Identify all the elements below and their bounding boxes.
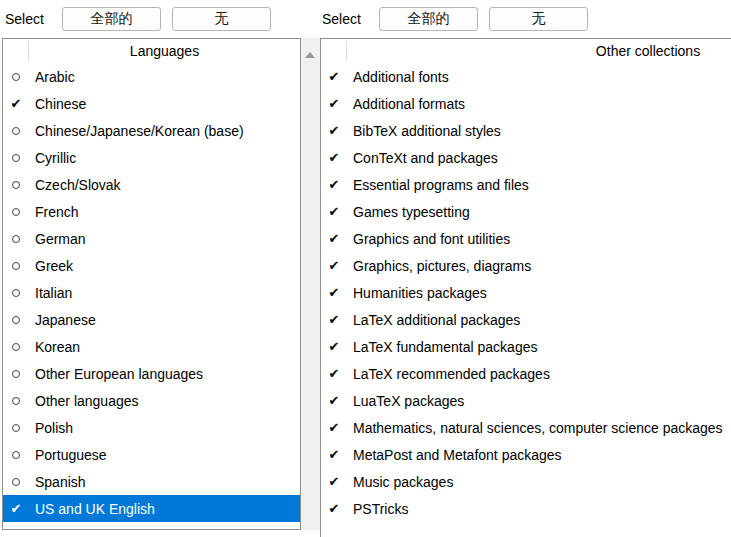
list-item[interactable]: French [3,198,300,225]
item-indicator: ✔ [321,205,347,218]
list-item[interactable]: ✔ US and UK English [3,495,300,522]
item-indicator: ✔ [321,421,347,434]
unchecked-icon [12,235,20,243]
item-label: Additional formats [347,96,465,112]
unchecked-icon [12,127,20,135]
unchecked-icon [12,73,20,81]
checked-icon: ✔ [329,502,340,515]
item-indicator [3,262,29,270]
list-item[interactable]: Korean [3,333,300,360]
list-item[interactable]: ✔ LaTeX recommended packages [321,360,731,387]
list-item[interactable]: Italian [3,279,300,306]
list-item[interactable]: ✔ LuaTeX packages [321,387,731,414]
list-item[interactable]: ✔ Humanities packages [321,279,731,306]
item-label: Graphics and font utilities [347,231,510,247]
list-item[interactable]: ✔ Graphics, pictures, diagrams [321,252,731,279]
item-indicator: ✔ [321,448,347,461]
collections-header-row: Other collections [321,39,731,63]
list-item[interactable]: ✔ Additional fonts [321,63,731,90]
unchecked-icon [12,181,20,189]
list-item[interactable]: ✔ MetaPost and Metafont packages [321,441,731,468]
list-item[interactable]: ✔ Additional formats [321,90,731,117]
list-item[interactable]: ✔ PSTricks [321,495,731,522]
list-item[interactable]: Czech/Slovak [3,171,300,198]
list-item[interactable]: ✔ LaTeX additional packages [321,306,731,333]
unchecked-icon [12,478,20,486]
unchecked-icon [12,397,20,405]
item-label: Essential programs and files [347,177,529,193]
list-item[interactable]: German [3,225,300,252]
collections-selection-screen: Select 全部的 无 Select 全部的 无 Languages Arab… [0,0,731,537]
list-item[interactable]: Spanish [3,468,300,495]
select-label: Select [5,11,62,27]
scroll-up-icon[interactable] [305,52,315,58]
checked-icon: ✔ [329,97,340,110]
item-label: French [29,204,79,220]
unchecked-icon [12,316,20,324]
item-label: LaTeX fundamental packages [347,339,537,355]
list-item[interactable]: ✔ Essential programs and files [321,171,731,198]
item-label: Japanese [29,312,96,328]
unchecked-icon [12,343,20,351]
languages-select-all-button[interactable]: 全部的 [62,7,161,31]
list-item[interactable]: ✔ Chinese [3,90,300,117]
item-label: LaTeX additional packages [347,312,520,328]
list-item[interactable]: Greek [3,252,300,279]
item-indicator: ✔ [321,151,347,164]
item-label: Mathematics, natural sciences, computer … [347,420,723,436]
collections-column-header: Other collections [347,43,731,59]
item-indicator: ✔ [321,286,347,299]
item-indicator [3,235,29,243]
item-indicator: ✔ [321,475,347,488]
checked-icon: ✔ [11,502,22,515]
item-indicator [3,181,29,189]
list-item[interactable]: Other European languages [3,360,300,387]
item-label: Czech/Slovak [29,177,121,193]
checked-icon: ✔ [329,124,340,137]
list-item[interactable]: Cyrillic [3,144,300,171]
list-item[interactable]: Japanese [3,306,300,333]
unchecked-icon [12,262,20,270]
list-item[interactable]: Polish [3,414,300,441]
unchecked-icon [12,424,20,432]
list-item[interactable]: ✔ Graphics and font utilities [321,225,731,252]
list-item[interactable]: ✔ ConTeXt and packages [321,144,731,171]
list-item[interactable]: Chinese/Japanese/Korean (base) [3,117,300,144]
checked-icon: ✔ [329,205,340,218]
item-label: LaTeX recommended packages [347,366,550,382]
item-indicator [3,478,29,486]
languages-scrollbar[interactable] [301,38,320,530]
item-label: Chinese/Japanese/Korean (base) [29,123,244,139]
item-label: Portuguese [29,447,107,463]
list-item[interactable]: Other languages [3,387,300,414]
checked-icon: ✔ [329,421,340,434]
item-label: Chinese [29,96,86,112]
item-indicator [3,154,29,162]
languages-select-none-button[interactable]: 无 [172,7,271,31]
item-label: Additional fonts [347,69,449,85]
checked-icon: ✔ [329,232,340,245]
languages-panel: Languages Arabic ✔ Chinese Chinese/Japan… [2,38,301,530]
item-label: Arabic [29,69,75,85]
item-indicator: ✔ [321,367,347,380]
list-item[interactable]: Arabic [3,63,300,90]
list-item[interactable]: ✔ Music packages [321,468,731,495]
item-label: Korean [29,339,80,355]
list-item[interactable]: ✔ Mathematics, natural sciences, compute… [321,414,731,441]
item-indicator [3,343,29,351]
checked-icon: ✔ [329,340,340,353]
collections-list: ✔ Additional fonts ✔ Additional formats … [321,63,731,522]
collections-select-all-button[interactable]: 全部的 [379,7,478,31]
item-label: Graphics, pictures, diagrams [347,258,531,274]
list-item[interactable]: Portuguese [3,441,300,468]
item-label: PSTricks [347,501,408,517]
list-item[interactable]: ✔ Games typesetting [321,198,731,225]
item-indicator: ✔ [321,124,347,137]
collections-select-none-button[interactable]: 无 [489,7,588,31]
item-indicator [3,397,29,405]
list-item[interactable]: ✔ LaTeX fundamental packages [321,333,731,360]
item-label: Cyrillic [29,150,76,166]
item-indicator: ✔ [321,340,347,353]
item-indicator: ✔ [321,232,347,245]
list-item[interactable]: ✔ BibTeX additional styles [321,117,731,144]
